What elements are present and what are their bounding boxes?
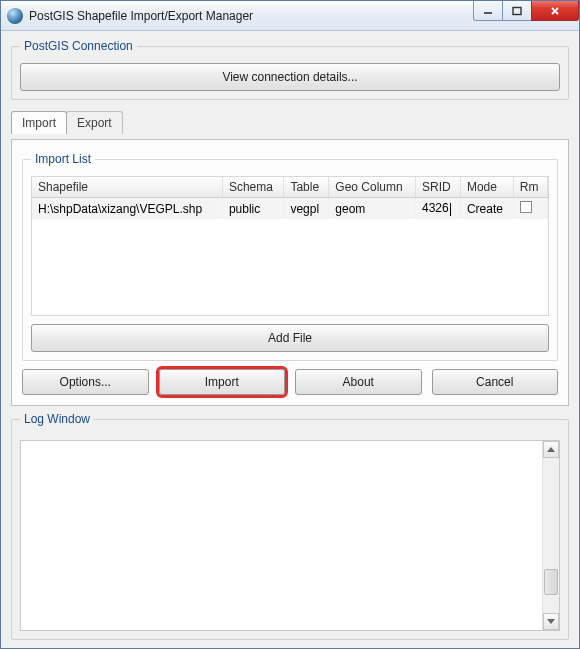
log-textarea[interactable] [20, 440, 560, 631]
import-button[interactable]: Import [159, 369, 286, 395]
log-scrollbar[interactable] [542, 441, 559, 630]
rm-checkbox[interactable] [520, 201, 532, 213]
import-list-fieldset: Import List Shapefile Schema Table Geo C… [22, 152, 558, 361]
cell-mode[interactable]: Create [460, 198, 513, 220]
connection-legend: PostGIS Connection [20, 39, 137, 53]
tab-import[interactable]: Import [11, 111, 67, 134]
log-legend: Log Window [20, 412, 94, 426]
cell-srid[interactable]: 4326 [415, 198, 460, 220]
col-header-rm[interactable]: Rm [513, 177, 547, 198]
scroll-up-button[interactable] [543, 441, 559, 458]
col-header-table[interactable]: Table [284, 177, 329, 198]
scroll-thumb[interactable] [544, 569, 558, 595]
svg-rect-1 [513, 7, 521, 14]
cancel-button[interactable]: Cancel [432, 369, 559, 395]
main-window: PostGIS Shapefile Import/Export Manager … [0, 0, 580, 649]
app-icon [7, 8, 23, 24]
options-button[interactable]: Options... [22, 369, 149, 395]
cell-shapefile[interactable]: H:\shpData\xizang\VEGPL.shp [32, 198, 222, 220]
add-file-button[interactable]: Add File [31, 324, 549, 352]
scroll-track[interactable] [543, 458, 559, 613]
view-connection-details-button[interactable]: View connection details... [20, 63, 560, 91]
grid-header-row: Shapefile Schema Table Geo Column SRID M… [32, 177, 548, 198]
titlebar[interactable]: PostGIS Shapefile Import/Export Manager [1, 1, 579, 31]
scroll-down-button[interactable] [543, 613, 559, 630]
col-header-geocolumn[interactable]: Geo Column [329, 177, 416, 198]
maximize-button[interactable] [502, 1, 532, 21]
close-button[interactable] [531, 1, 579, 21]
import-panel: Import List Shapefile Schema Table Geo C… [11, 139, 569, 406]
col-header-shapefile[interactable]: Shapefile [32, 177, 222, 198]
window-title: PostGIS Shapefile Import/Export Manager [29, 9, 474, 23]
minimize-button[interactable] [473, 1, 503, 21]
action-button-row: Options... Import About Cancel [22, 369, 558, 395]
cell-schema[interactable]: public [222, 198, 283, 220]
chevron-down-icon [547, 619, 555, 624]
cell-geocolumn[interactable]: geom [329, 198, 416, 220]
log-fieldset: Log Window [11, 412, 569, 640]
col-header-mode[interactable]: Mode [460, 177, 513, 198]
text-cursor [450, 203, 451, 216]
cell-rm[interactable] [513, 198, 547, 220]
import-list-legend: Import List [31, 152, 95, 166]
table-row[interactable]: H:\shpData\xizang\VEGPL.shp public vegpl… [32, 198, 548, 220]
tabstrip: Import Export [11, 111, 569, 134]
tab-export[interactable]: Export [66, 111, 123, 134]
import-grid[interactable]: Shapefile Schema Table Geo Column SRID M… [31, 176, 549, 316]
chevron-up-icon [547, 447, 555, 452]
col-header-srid[interactable]: SRID [415, 177, 460, 198]
cell-table[interactable]: vegpl [284, 198, 329, 220]
about-button[interactable]: About [295, 369, 422, 395]
connection-fieldset: PostGIS Connection View connection detai… [11, 39, 569, 100]
col-header-schema[interactable]: Schema [222, 177, 283, 198]
